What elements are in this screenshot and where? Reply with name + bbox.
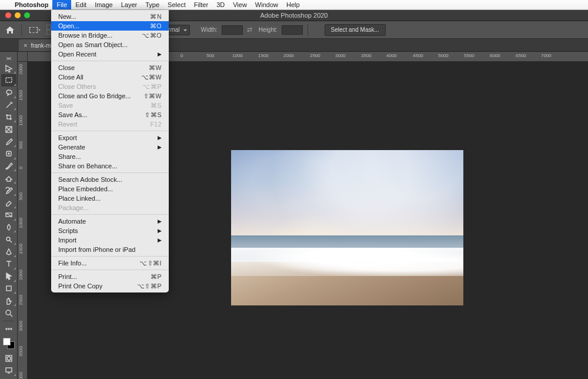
menu-item-label: Close (58, 64, 75, 71)
swap-dimensions-icon[interactable]: ⇄ (245, 25, 255, 35)
submenu-arrow-icon: ▶ (158, 228, 162, 234)
menu-item-share-on-behance[interactable]: Share on Behance... (51, 161, 169, 171)
menu-item-label: Scripts (58, 227, 78, 234)
foreground-color-swatch[interactable] (3, 338, 11, 345)
color-swatch[interactable] (3, 338, 15, 349)
menubar-edit[interactable]: Edit (71, 0, 91, 9)
menu-item-export[interactable]: Export▶ (51, 133, 169, 142)
menu-shortcut: ⌘N (150, 13, 162, 20)
ruler-tick: 500 (206, 53, 214, 58)
menubar-window[interactable]: Window (251, 0, 282, 9)
frame-tool[interactable] (1, 123, 16, 135)
screen-mode-tool[interactable] (1, 364, 16, 377)
ruler-tick: 0 (181, 53, 183, 58)
marquee-tool[interactable] (1, 74, 16, 87)
menu-separator (51, 61, 169, 61)
healing-brush-tool[interactable] (1, 148, 16, 160)
menu-item-place-linked[interactable]: Place Linked... (51, 194, 169, 203)
ruler-tick: 3000 (335, 53, 346, 58)
zoom-tool[interactable] (1, 307, 16, 319)
hand-tool[interactable] (1, 294, 16, 307)
eraser-tool[interactable] (1, 197, 16, 209)
menu-item-new[interactable]: New...⌘N (51, 12, 169, 21)
menu-item-label: Place Embedded... (58, 185, 113, 192)
ruler-tick: 500 (18, 141, 24, 149)
menu-item-label: Share... (58, 153, 81, 160)
ruler-tick: 1000 (18, 218, 24, 228)
menubar-help[interactable]: Help (282, 0, 304, 9)
menubar-view[interactable]: View (229, 0, 251, 9)
gradient-tool[interactable] (1, 209, 16, 221)
ruler-tick: 1000 (232, 53, 243, 58)
path-select-tool[interactable] (1, 270, 16, 282)
collapse-toolbar-icon[interactable] (1, 54, 16, 62)
menu-shortcut: ⌥⌘P (142, 83, 162, 90)
clone-stamp-tool[interactable] (1, 172, 16, 184)
menu-item-automate[interactable]: Automate▶ (51, 217, 169, 226)
menu-item-revert: RevertF12 (51, 119, 169, 129)
submenu-arrow-icon: ▶ (158, 135, 162, 141)
ruler-tick: 6000 (490, 53, 500, 58)
menu-item-save: Save⌘S (51, 101, 169, 110)
menu-item-search-adobe-stock[interactable]: Search Adobe Stock... (51, 175, 169, 184)
magic-wand-tool[interactable] (1, 99, 16, 111)
svg-point-14 (6, 328, 7, 330)
menu-item-close-all[interactable]: Close All⌥⌘W (51, 72, 169, 82)
menu-item-generate[interactable]: Generate▶ (51, 142, 169, 152)
document-canvas[interactable] (231, 150, 463, 305)
marquee-icon[interactable]: ▾ (26, 24, 43, 36)
menubar-select[interactable]: Select (163, 0, 190, 9)
menu-item-open-as-smart-object[interactable]: Open as Smart Object... (51, 40, 169, 49)
move-tool[interactable] (1, 62, 16, 74)
menu-item-scripts[interactable]: Scripts▶ (51, 226, 169, 235)
menu-item-place-embedded[interactable]: Place Embedded... (51, 184, 169, 194)
menubar-3d[interactable]: 3D (212, 0, 229, 9)
menubar-file[interactable]: File (52, 0, 71, 9)
ruler-tick: 2500 (18, 295, 24, 305)
menu-item-open-recent[interactable]: Open Recent▶ (51, 49, 169, 59)
type-tool[interactable] (1, 258, 16, 270)
menu-item-close[interactable]: Close⌘W (51, 63, 169, 72)
svg-point-15 (8, 328, 9, 330)
menu-item-import-from-iphone-or-ipad[interactable]: Import from iPhone or iPad (51, 245, 169, 254)
brush-tool[interactable] (1, 160, 16, 172)
menu-item-print[interactable]: Print...⌘P (51, 272, 169, 281)
vertical-ruler[interactable]: 2000150010005000500100015002000250030003… (18, 62, 28, 379)
height-input[interactable] (282, 25, 303, 35)
select-and-mask-button[interactable]: Select and Mask... (325, 24, 386, 36)
shape-tool[interactable] (1, 282, 16, 295)
blur-tool[interactable] (1, 221, 16, 234)
menu-item-save-as[interactable]: Save As...⇧⌘S (51, 110, 169, 119)
menubar-filter[interactable]: Filter (190, 0, 212, 9)
dodge-tool[interactable] (1, 233, 16, 245)
menu-item-file-info[interactable]: File Info...⌥⇧⌘I (51, 258, 169, 268)
menu-shortcut: ⌘P (151, 273, 162, 280)
home-button[interactable] (4, 24, 16, 36)
menu-item-share[interactable]: Share... (51, 152, 169, 161)
menubar-app[interactable]: Photoshop (11, 0, 52, 9)
lasso-tool[interactable] (1, 87, 16, 99)
crop-tool[interactable] (1, 111, 16, 123)
menubar-layer[interactable]: Layer (117, 0, 142, 9)
menu-item-close-and-go-to-bridge[interactable]: Close and Go to Bridge...⇧⌘W (51, 91, 169, 101)
menu-item-import[interactable]: Import▶ (51, 235, 169, 245)
eyedropper-tool[interactable] (1, 135, 16, 148)
menubar-image[interactable]: Image (91, 0, 117, 9)
svg-rect-19 (6, 368, 12, 372)
menubar-type[interactable]: Type (141, 0, 163, 9)
quick-mask-tool[interactable] (1, 352, 16, 364)
history-brush-tool[interactable] (1, 184, 16, 197)
tools-panel (0, 52, 18, 379)
pen-tool[interactable] (1, 245, 16, 258)
ruler-origin[interactable] (18, 52, 28, 62)
menu-item-print-one-copy[interactable]: Print One Copy⌥⇧⌘P (51, 281, 169, 291)
ruler-tick: 4500 (413, 53, 423, 58)
ruler-tick: 5000 (438, 53, 449, 58)
ruler-tick: 5500 (464, 53, 475, 58)
menu-item-browse-in-bridge[interactable]: Browse in Bridge...⌥⌘O (51, 31, 169, 40)
ruler-tick: 2000 (18, 64, 24, 75)
width-input[interactable] (222, 25, 243, 35)
edit-toolbar-tool[interactable] (1, 323, 16, 335)
menu-item-open[interactable]: Open...⌘O (51, 21, 169, 31)
close-tab-icon[interactable]: × (24, 42, 27, 49)
